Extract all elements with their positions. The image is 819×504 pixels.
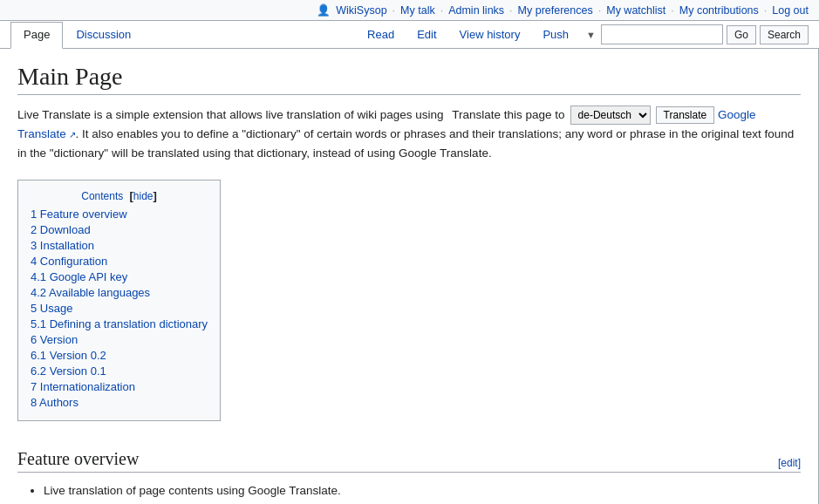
translate-lang-select[interactable]: de-Deutsch fr-Français es-Español — [570, 106, 651, 125]
toc-item[interactable]: 3 Installation — [31, 239, 94, 252]
main-content: Main Page Live Translate is a simple ext… — [0, 49, 819, 504]
content-wrap: Main Page Live Translate is a simple ext… — [0, 49, 819, 504]
toc-item[interactable]: 4 Configuration — [31, 255, 107, 268]
toc-item[interactable]: 5 Usage — [31, 302, 72, 315]
search-input[interactable] — [601, 24, 723, 44]
intro-after-translate: . It also enables you to define a "dicti… — [17, 127, 794, 160]
tabs-left: Page Discussion — [10, 21, 144, 48]
intro-paragraph: Live Translate is a simple extension tha… — [17, 106, 801, 162]
my-contributions-link[interactable]: My contributions — [679, 4, 759, 17]
toc-item[interactable]: 7 Internationalization — [31, 380, 135, 393]
tab-edit[interactable]: Edit — [406, 23, 447, 46]
admin-links-link[interactable]: Admin links — [448, 4, 504, 17]
feature-overview-bullets: Live translation of page contents using … — [17, 481, 801, 504]
tab-view-history[interactable]: View history — [449, 23, 531, 46]
toc-title: Contents [hide] — [31, 189, 208, 202]
my-watchlist-link[interactable]: My watchlist — [606, 4, 665, 17]
top-bar: 👤 WikiSysop · My talk · Admin links · My… — [0, 0, 819, 21]
tab-push[interactable]: Push — [532, 23, 579, 46]
toc-list: 1 Feature overview2 Download3 Installati… — [31, 208, 208, 409]
my-talk-link[interactable]: My talk — [400, 4, 435, 17]
page-title: Main Page — [17, 63, 801, 95]
go-button[interactable]: Go — [727, 25, 756, 44]
toc-item[interactable]: 6.1 Version 0.2 — [31, 349, 106, 362]
search-area: Go Search — [601, 21, 809, 48]
table-of-contents: Contents [hide] 1 Feature overview2 Down… — [17, 180, 221, 421]
search-button[interactable]: Search — [760, 25, 809, 44]
toc-item[interactable]: 4.1 Google API key — [31, 270, 127, 283]
my-preferences-link[interactable]: My preferences — [518, 4, 593, 17]
tab-discussion[interactable]: Discussion — [63, 22, 144, 49]
intro-before-translate: Live Translate is a simple extension tha… — [17, 108, 444, 121]
user-icon: 👤 — [317, 3, 331, 17]
translate-bar: Translate this page to de-Deutsch fr-Fra… — [452, 106, 714, 125]
toc-item[interactable]: 8 Authors — [31, 396, 78, 409]
translate-prefix: Translate this page to — [452, 106, 564, 125]
toc-item[interactable]: 6 Version — [31, 333, 78, 346]
nav-bar: Page Discussion Read Edit View history P… — [0, 21, 819, 49]
toc-hide-link[interactable]: hide — [133, 190, 154, 202]
translate-button[interactable]: Translate — [656, 106, 715, 124]
tab-page[interactable]: Page — [10, 22, 63, 49]
feature-overview-label: Feature overview — [17, 449, 139, 469]
toc-item[interactable]: 2 Download — [31, 223, 91, 236]
toc-item[interactable]: 1 Feature overview — [31, 208, 127, 221]
more-dropdown-icon[interactable]: ▼ — [581, 24, 601, 45]
feature-bullet: Live translation of page contents using … — [44, 481, 801, 501]
toc-item[interactable]: 5.1 Defining a translation dictionary — [31, 317, 208, 330]
feature-overview-edit-link[interactable]: [edit] — [778, 457, 801, 469]
tabs-right: Read Edit View history Push ▼ — [357, 23, 601, 46]
feature-overview-heading: Feature overview [edit] — [17, 449, 801, 473]
log-out-link[interactable]: Log out — [772, 4, 809, 17]
tab-read[interactable]: Read — [357, 23, 405, 46]
toc-item[interactable]: 6.2 Version 0.1 — [31, 364, 106, 378]
username-link[interactable]: WikiSysop — [336, 4, 386, 17]
toc-item[interactable]: 4.2 Available languages — [31, 286, 150, 299]
